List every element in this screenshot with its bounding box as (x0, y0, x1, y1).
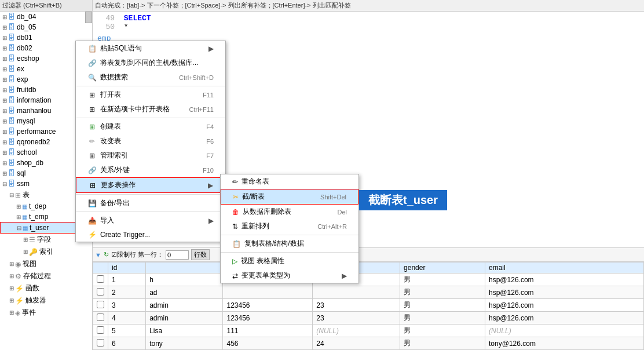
sidebar-item-events[interactable]: ⊞ ◈ 事件 (0, 307, 92, 319)
row-checkbox[interactable] (97, 288, 104, 296)
row-checkbox[interactable] (97, 313, 104, 321)
expand-icon: ⊞ (23, 249, 28, 255)
menu-paste-sql[interactable]: 📋 粘贴SQL语句 ▶ (76, 41, 225, 56)
trigger-icon: ⚡ (87, 230, 97, 239)
table-icon: ▦ (23, 225, 28, 231)
menu-backup[interactable]: 💾 备份/导出 (76, 196, 225, 210)
menu-truncate-table[interactable]: ✂ 截/断表 Shift+Del (221, 189, 358, 205)
cell-name: admin (146, 299, 223, 312)
event-label: 事件 (22, 308, 36, 318)
row-checkbox[interactable] (97, 339, 104, 347)
arrow-right-icon: ▶ (208, 181, 213, 189)
row-checkbox[interactable] (97, 275, 104, 283)
db-icon: 🗄 (8, 117, 15, 125)
row-btn[interactable]: 行数 (191, 249, 210, 260)
refresh-icon[interactable]: ↻ (104, 251, 109, 258)
table-row[interactable]: 3 admin 123456 23 男 hsp@126.com (93, 299, 644, 312)
menu-more-ops[interactable]: ⊞ 更多表操作 ▶ (76, 177, 225, 193)
menu-item-label: 变更表单类型为 (241, 271, 290, 280)
table-folder-icon: ⊞ (15, 191, 21, 199)
shortcut-label: F10 (203, 167, 214, 174)
table-row[interactable]: 6 tony 456 24 男 tony@126.com (93, 337, 644, 350)
expand-icon: ⊞ (23, 236, 28, 243)
sidebar-item-functions[interactable]: ⊞ ⚡ 函数 (0, 282, 92, 294)
db-label: mysql (17, 117, 35, 125)
menu-separator (76, 212, 225, 212)
db-icon: 🗄 (8, 34, 15, 42)
cell-gender: 男 (400, 325, 485, 337)
scrollbar[interactable] (85, 12, 92, 23)
menu-item-label: 从数据库删除表 (243, 207, 291, 217)
db-label: db_05 (17, 23, 36, 31)
menu-manage-index[interactable]: ⊞ 管理索引 F7 (76, 148, 225, 163)
table-label: t_emp (29, 213, 48, 221)
cell-email: hsp@126.com (485, 274, 644, 286)
menu-reorder[interactable]: ⇅ 重新排列 Ctrl+Alt+R (221, 219, 358, 234)
table-icon: ▦ (22, 203, 27, 210)
col-email: email (485, 262, 644, 274)
menu-create-table[interactable]: ⊞ 创建表 F4 (76, 119, 225, 134)
menu-open-table[interactable]: ⊞ 打开表 F11 (76, 88, 225, 102)
more-icon: ⊞ (88, 181, 97, 190)
table-row[interactable]: 2 ad 男 hsp@126.com (93, 286, 644, 299)
cell-pwd (223, 286, 313, 299)
db-icon: 🗄 (8, 54, 15, 63)
menu-drop-table[interactable]: 🗑 从数据库删除表 Del (221, 205, 358, 219)
context-menu-1: 📋 粘贴SQL语句 ▶ 🔗 将表复制到不同的主机/数据库... 🔍 数据搜索 C… (75, 41, 226, 242)
db-label: exp (17, 75, 28, 83)
cell-age: 23 (313, 312, 400, 325)
shortcut-label: Ctrl+F11 (189, 106, 214, 113)
editor-line-50: 50 * (97, 23, 639, 31)
sidebar-item-triggers[interactable]: ⊞ ⚡ 触发器 (0, 294, 92, 307)
row-checkbox[interactable] (97, 326, 104, 334)
menu-open-tab[interactable]: ⊞ 在新选项卡中打开表格 Ctrl+F11 (76, 102, 225, 116)
menu-relations[interactable]: 🔗 关系/外键 F10 (76, 163, 225, 177)
cell-id: 5 (108, 325, 146, 337)
db-icon: 🗄 (8, 180, 15, 188)
reorder-icon: ⇅ (232, 223, 238, 231)
trigger-label: 触发器 (25, 296, 46, 305)
db-icon: 🗄 (8, 127, 15, 136)
row-checkbox[interactable] (97, 301, 104, 308)
menu-separator (76, 118, 225, 118)
sidebar-item-indexes[interactable]: ⊞ 🔑 索引 (0, 246, 92, 258)
sidebar-item-db04[interactable]: ⊞ 🗄 db_04 (0, 12, 92, 22)
table-row[interactable]: 5 Lisa 111 (NULL) 男 (NULL) (93, 325, 644, 337)
shortcut-label: F7 (206, 152, 214, 159)
trigger-icon: ⚡ (15, 297, 24, 305)
autocomplete-hint: 自动完成：[tab]-> 下一个补签；[Ctrl+Space]-> 列出所有补签… (95, 1, 351, 10)
table-row[interactable]: 1 h 男 hsp@126.com (93, 274, 644, 286)
sidebar-item-db05[interactable]: ⊞ 🗄 db_05 (0, 22, 92, 32)
sidebar-item-procedures[interactable]: ⊞ ⚙ 存储过程 (0, 270, 92, 282)
menu-item-label: 重新排列 (241, 221, 269, 231)
menu-view-props[interactable]: ▷ 视图 表格属性 (221, 254, 358, 268)
line-number: 49 (97, 14, 115, 23)
menu-import[interactable]: 📥 导入 ▶ (76, 213, 225, 228)
db-label: qqronedb2 (17, 138, 50, 146)
menu-copy-host[interactable]: 🔗 将表复制到不同的主机/数据库... (76, 56, 225, 70)
menu-copy-data[interactable]: 📋 复制表格/结构/数据 (221, 236, 358, 251)
expand-icon: ⊞ (9, 261, 14, 267)
db-icon: 🗄 (8, 138, 15, 146)
first-row-input[interactable] (166, 250, 189, 260)
menu-create-trigger[interactable]: ⚡ Create Trigger... (76, 228, 225, 242)
alter-icon: ✏ (87, 137, 97, 146)
expand-icon: ⊞ (2, 76, 7, 83)
copy-data-icon: 📋 (232, 240, 241, 248)
menu-item-label: 重命名表 (241, 177, 269, 187)
menu-change-type[interactable]: ⇄ 变更表单类型为 ▶ (221, 268, 358, 283)
expand-icon: ⊞ (9, 273, 14, 279)
menu-rename-table[interactable]: ✏ 重命名表 (221, 174, 358, 189)
menu-search-data[interactable]: 🔍 数据搜索 Ctrl+Shift+D (76, 70, 225, 85)
line-number: 50 (97, 23, 115, 31)
rename-icon: ✏ (232, 178, 238, 186)
expand-icon: ⊞ (2, 170, 7, 177)
sidebar-item-views[interactable]: ⊞ ◉ 视图 (0, 258, 92, 270)
col-checkbox (93, 262, 108, 274)
paste-icon: 📋 (87, 44, 97, 53)
db-icon: 🗄 (8, 86, 15, 94)
db-label: information (17, 96, 51, 104)
procedure-label: 存储过程 (23, 271, 51, 281)
menu-alter-table[interactable]: ✏ 改变表 F6 (76, 134, 225, 148)
table-row[interactable]: 4 admin 123456 23 男 hsp@126.com (93, 312, 644, 325)
